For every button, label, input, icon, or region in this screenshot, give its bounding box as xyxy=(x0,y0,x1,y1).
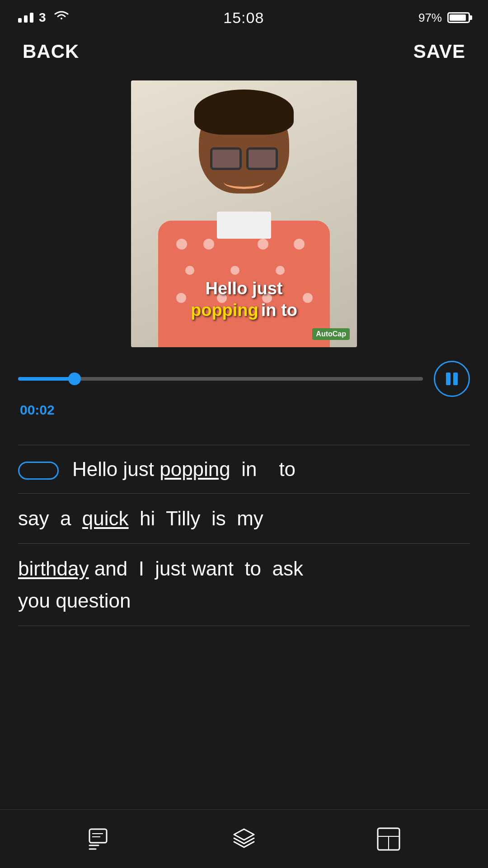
status-bar: 3 15:08 97% xyxy=(0,0,488,32)
time-display: 15:08 xyxy=(223,9,264,27)
person-smile xyxy=(224,175,264,189)
wifi-icon xyxy=(54,10,69,25)
transcript-segment-3[interactable]: birthday and I just want to ask you ques… xyxy=(18,553,470,617)
captions-icon xyxy=(86,826,113,853)
caption-line1: Hello just xyxy=(140,279,348,298)
autocap-badge: AutoCap xyxy=(312,328,350,340)
back-button[interactable]: BACK xyxy=(23,41,79,62)
word-quick[interactable]: quick xyxy=(82,507,129,529)
word-birthday[interactable]: birthday xyxy=(18,557,89,580)
signal-icon xyxy=(18,13,33,23)
transcript-segment-2[interactable]: say a quick hi Tilly is my xyxy=(18,503,470,534)
tab-captions[interactable] xyxy=(86,826,113,853)
segment-text-1[interactable]: Hello just popping in to xyxy=(72,454,470,484)
progress-thumb[interactable] xyxy=(68,373,81,385)
battery-icon xyxy=(447,12,470,23)
word-popping[interactable]: popping xyxy=(160,458,230,480)
caption-line2: popping in to xyxy=(140,301,348,320)
caption-white-text: in to xyxy=(261,301,297,320)
segment-marker xyxy=(18,462,59,480)
divider-2 xyxy=(18,543,470,544)
person-hair xyxy=(194,90,294,135)
shirt-collar xyxy=(217,212,271,239)
battery-percent: 97% xyxy=(418,11,442,25)
timestamp-label: 00:02 xyxy=(18,402,470,418)
status-right: 97% xyxy=(418,11,470,25)
progress-bar[interactable] xyxy=(18,377,423,381)
transcript-area: Hello just popping in to say a quick hi … xyxy=(0,427,488,644)
status-left: 3 xyxy=(18,10,69,25)
carrier-label: 3 xyxy=(39,10,46,25)
bottom-tab-bar xyxy=(0,809,488,868)
playback-controls: 00:02 xyxy=(0,347,488,422)
divider-top xyxy=(18,445,470,445)
person-glasses xyxy=(210,147,278,170)
layout-icon xyxy=(375,826,402,853)
video-preview[interactable]: Hello just popping in to AutoCap xyxy=(131,80,357,347)
transcript-segment-1[interactable]: Hello just popping in to xyxy=(18,454,470,484)
video-caption: Hello just popping in to xyxy=(131,279,357,320)
video-container: Hello just popping in to AutoCap xyxy=(0,80,488,347)
progress-row xyxy=(18,361,470,397)
top-nav: BACK SAVE xyxy=(0,32,488,76)
svg-rect-0 xyxy=(89,829,107,843)
caption-yellow-word: popping xyxy=(191,301,258,320)
tab-layout[interactable] xyxy=(375,826,402,853)
layers-icon xyxy=(230,826,258,853)
tab-layers[interactable] xyxy=(230,826,258,853)
pause-icon xyxy=(446,373,458,385)
pause-button[interactable] xyxy=(434,361,470,397)
divider-3 xyxy=(18,626,470,626)
save-button[interactable]: SAVE xyxy=(413,41,465,62)
divider-1 xyxy=(18,493,470,494)
progress-fill xyxy=(18,377,75,381)
